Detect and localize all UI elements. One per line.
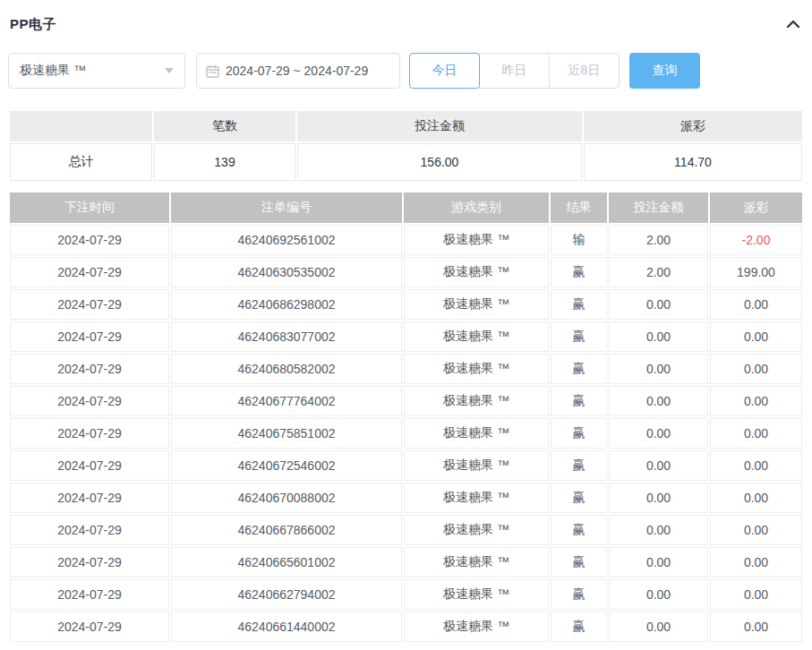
- table-cell: 46240677764002: [171, 386, 402, 416]
- table-cell: 赢: [551, 515, 607, 545]
- table-cell: 0.00: [609, 289, 708, 320]
- summary-table: 笔数投注金额派彩总计139156.00114.70: [8, 109, 804, 183]
- column-header: [10, 111, 152, 141]
- table-row: 2024-07-2946240683077002极速糖果 ™赢0.000.00: [10, 321, 802, 352]
- table-cell: 2024-07-29: [10, 612, 169, 642]
- table-cell: 46240675851002: [171, 418, 402, 449]
- table-cell: 极速糖果 ™: [404, 289, 549, 320]
- column-header: 笔数: [154, 111, 295, 141]
- table-cell: 0.00: [609, 515, 708, 545]
- table-cell: 0.00: [609, 321, 708, 352]
- table-cell: 2024-07-29: [10, 579, 169, 610]
- table-cell: 46240630535002: [171, 257, 402, 287]
- table-cell: 2.00: [609, 257, 708, 287]
- table-cell: 0.00: [710, 612, 802, 642]
- table-row: 2024-07-2946240692561002极速糖果 ™输2.00-2.00: [10, 225, 802, 255]
- quick-filter-1[interactable]: 昨日: [479, 53, 550, 89]
- table-cell: 46240686298002: [171, 289, 402, 320]
- table-cell: 46240662794002: [171, 579, 402, 610]
- table-cell: 0.00: [609, 579, 708, 610]
- table-row: 总计139156.00114.70: [10, 143, 802, 181]
- table-row: 2024-07-2946240677764002极速糖果 ™赢0.000.00: [10, 386, 802, 416]
- table-cell: 赢: [551, 354, 607, 384]
- column-header: 投注金额: [297, 111, 582, 141]
- table-cell: 2024-07-29: [10, 321, 169, 352]
- pp-electronic-panel: PP电子 极速糖果 ™ 2024: [0, 0, 812, 644]
- table-cell: 0.00: [710, 418, 802, 449]
- table-row: 2024-07-2946240665601002极速糖果 ™赢0.000.00: [10, 547, 802, 577]
- quick-filter-0[interactable]: 今日: [409, 53, 480, 89]
- table-cell: 极速糖果 ™: [404, 515, 549, 545]
- table-cell: 0.00: [710, 547, 802, 577]
- table-cell: 赢: [551, 257, 607, 287]
- column-header: 派彩: [710, 192, 802, 223]
- table-cell: 输: [551, 225, 607, 255]
- table-cell: 0.00: [710, 289, 802, 320]
- table-cell: 46240667866002: [171, 515, 402, 545]
- table-cell: 0.00: [710, 483, 802, 513]
- bets-table: 下注时间注单编号游戏类别结果投注金额派彩2024-07-294624069256…: [8, 191, 804, 644]
- table-row: 2024-07-2946240672546002极速糖果 ™赢0.000.00: [10, 450, 802, 481]
- table-cell: 赢: [551, 418, 607, 449]
- table-cell: 赢: [551, 289, 607, 320]
- table-cell: 46240692561002: [171, 225, 402, 255]
- filter-controls: 极速糖果 ™ 2024-07-29 ~ 2024-07-29 今日昨日近8日 查…: [8, 53, 804, 89]
- table-cell: 46240672546002: [171, 450, 402, 481]
- table-cell: 0.00: [710, 450, 802, 481]
- table-cell: 2024-07-29: [10, 547, 169, 577]
- chevron-up-icon[interactable]: [784, 15, 802, 33]
- table-cell: 0.00: [710, 354, 802, 384]
- table-cell: 2024-07-29: [10, 225, 169, 255]
- table-cell: 0.00: [710, 579, 802, 610]
- quick-filter-group: 今日昨日近8日: [409, 53, 620, 89]
- table-row: 2024-07-2946240630535002极速糖果 ™赢2.00199.0…: [10, 257, 802, 287]
- panel-header: PP电子: [8, 0, 804, 36]
- table-cell: 0.00: [609, 418, 708, 449]
- table-cell: 赢: [551, 321, 607, 352]
- table-cell: 2024-07-29: [10, 450, 169, 481]
- table-cell: 46240680582002: [171, 354, 402, 384]
- game-select[interactable]: 极速糖果 ™: [8, 53, 185, 89]
- table-row: 2024-07-2946240680582002极速糖果 ™赢0.000.00: [10, 354, 802, 384]
- table-cell: 0.00: [609, 386, 708, 416]
- table-row: 2024-07-2946240670088002极速糖果 ™赢0.000.00: [10, 483, 802, 513]
- column-header: 派彩: [584, 111, 802, 141]
- page-title: PP电子: [10, 16, 56, 33]
- table-row: 2024-07-2946240661440002极速糖果 ™赢0.000.00: [10, 612, 802, 642]
- table-cell: 0.00: [609, 547, 708, 577]
- chevron-down-icon: [165, 68, 174, 73]
- quick-filter-2[interactable]: 近8日: [549, 53, 620, 89]
- table-cell: 极速糖果 ™: [404, 418, 549, 449]
- table-cell: 46240665601002: [171, 547, 402, 577]
- table-cell: 赢: [551, 386, 607, 416]
- query-button[interactable]: 查询: [629, 53, 700, 89]
- table-cell: 2024-07-29: [10, 289, 169, 320]
- table-cell: 139: [154, 143, 295, 181]
- table-cell: 极速糖果 ™: [404, 450, 549, 481]
- date-range-value: 2024-07-29 ~ 2024-07-29: [226, 64, 368, 78]
- table-header-row: 下注时间注单编号游戏类别结果投注金额派彩: [10, 192, 802, 223]
- column-header: 结果: [551, 192, 607, 223]
- table-cell: 0.00: [710, 386, 802, 416]
- table-cell: 0.00: [710, 321, 802, 352]
- table-cell: 极速糖果 ™: [404, 612, 549, 642]
- table-row: 2024-07-2946240667866002极速糖果 ™赢0.000.00: [10, 515, 802, 545]
- table-cell: 极速糖果 ™: [404, 321, 549, 352]
- table-row: 2024-07-2946240686298002极速糖果 ™赢0.000.00: [10, 289, 802, 320]
- table-cell: 2024-07-29: [10, 418, 169, 449]
- table-cell: 极速糖果 ™: [404, 483, 549, 513]
- table-cell: 2024-07-29: [10, 354, 169, 384]
- table-cell: 2024-07-29: [10, 483, 169, 513]
- table-cell: 0.00: [609, 450, 708, 481]
- table-cell: 极速糖果 ™: [404, 257, 549, 287]
- table-cell: 199.00: [710, 257, 802, 287]
- table-cell: 极速糖果 ™: [404, 547, 549, 577]
- table-cell: 赢: [551, 450, 607, 481]
- table-row: 2024-07-2946240675851002极速糖果 ™赢0.000.00: [10, 418, 802, 449]
- table-row: 2024-07-2946240662794002极速糖果 ™赢0.000.00: [10, 579, 802, 610]
- table-cell: 2.00: [609, 225, 708, 255]
- date-range-input[interactable]: 2024-07-29 ~ 2024-07-29: [196, 53, 400, 89]
- table-cell: 2024-07-29: [10, 386, 169, 416]
- table-cell: 156.00: [297, 143, 582, 181]
- calendar-icon: [206, 64, 219, 78]
